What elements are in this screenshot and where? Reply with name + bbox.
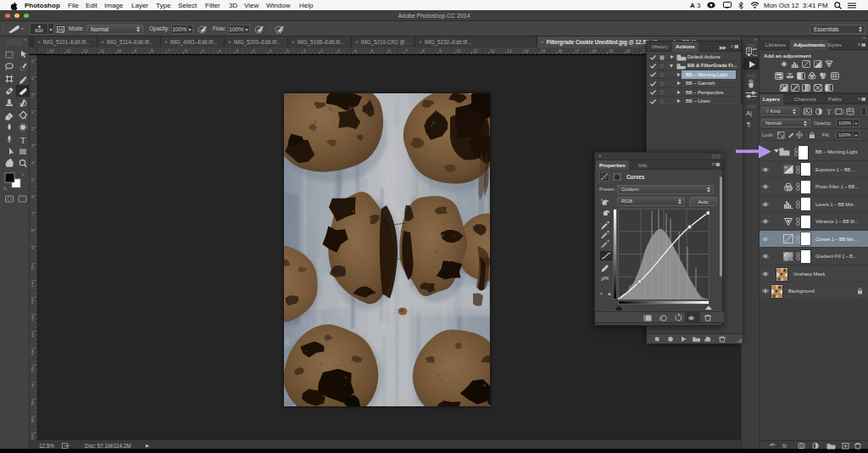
svg-text:«: « [24,36,27,42]
svg-text:◑: ◑ [599,291,603,296]
svg-text:+: + [785,165,787,170]
svg-text:▲: ▲ [607,291,612,296]
svg-text:fx: fx [782,443,787,449]
svg-text:T: T [826,108,832,115]
svg-text:–: – [789,169,792,174]
svg-text:T: T [20,135,26,145]
